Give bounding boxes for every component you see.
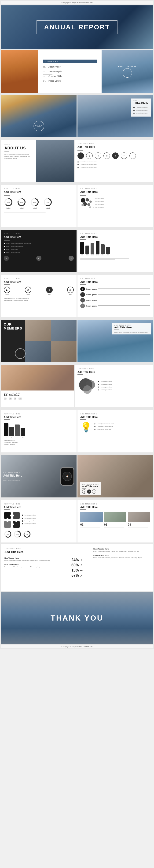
bar-group-4: 2023 — [96, 241, 100, 256]
bar-group-6: 2025 — [106, 247, 110, 256]
num-line-2 — [80, 529, 96, 529]
lightbulb-area: 💡 Lorem ipsum dolor sit amet Consectetur… — [80, 422, 150, 433]
bcl-1: A — [6, 437, 6, 438]
v-arrow-1: 1 Lorem ipsum — [80, 287, 150, 291]
proc-label-4: Step 4 — [69, 293, 72, 295]
arrow-icon-1: ↗ — [79, 558, 83, 562]
text-7l-2: adipiscing elit. Praesent mauris blandit… — [4, 299, 74, 301]
line-14 — [4, 555, 10, 555]
slide-3-left: ADD TITLEHERE — [1, 95, 77, 137]
content-9l: ADD TITLE HERE Add Title Here ● ◆ ■ ▲ — [1, 391, 74, 402]
slide-10-right: ADD TITLE HERE Add Title Here 💡 Lorem ip… — [77, 410, 153, 453]
title-11r: Add Title Here — [82, 485, 99, 488]
small-text-5l — [4, 211, 74, 213]
pie-svg — [77, 377, 96, 396]
va-title-3: Lorem ipsum — [86, 300, 97, 301]
bcl-3: C — [17, 437, 18, 438]
svg-point-13 — [86, 198, 89, 202]
svg-rect-27 — [4, 521, 11, 528]
va-line-3 — [98, 300, 150, 300]
arrow-icon-4: ↗ — [80, 574, 83, 578]
line-6r — [80, 239, 86, 240]
subtitle-12l: ADD TITLE HERE — [4, 503, 74, 505]
proc-icon-2: ⊕ — [25, 287, 31, 293]
text-10l-3: Praesent faucibus — [4, 443, 74, 445]
cluster-b4: Lorem ipsum — [93, 206, 150, 208]
pct-value-4: 57% — [71, 574, 79, 578]
num-line-1 — [80, 527, 101, 527]
donut-svg-4: 55% — [43, 197, 52, 207]
content-mountain-image: ADD TITLE HERE — [102, 50, 153, 93]
slide-11-right: ADD TITLE HERE Add Title Here ◎ ⊕ ✦ — [77, 455, 153, 497]
metric-1: 25% Label — [4, 197, 13, 209]
lightbulb-icon: 💡 — [80, 422, 92, 433]
v-arrow-2: 2 Lorem ipsum — [80, 292, 150, 297]
title-12l: Add Title Here — [4, 506, 74, 508]
title-box-8r: ADD TITLE HERE Add Title Here Lorem ipsu… — [112, 323, 151, 335]
member-photo-4 — [51, 341, 77, 362]
pie-area: Lorem ipsum dolor Lorem ipsum dolor Lore… — [77, 377, 150, 396]
content-add-title: ADD TITLE HERE — [118, 65, 137, 67]
b6l-4: Lorem ipsum dolor sit — [4, 251, 74, 253]
watch-desc: Lorem ipsum dolor sit amet — [3, 479, 22, 481]
svg-text:25%: 25% — [7, 202, 10, 203]
member-photo-1 — [25, 320, 51, 341]
bullet-2: Lorem ipsum dolor — [133, 109, 148, 111]
line-5l — [4, 195, 10, 195]
donut-row-12l: 60% 42% 79% — [4, 530, 74, 538]
slides-row-6: ADD TITLE HERE Add Title Here Lorem ipsu… — [1, 229, 153, 273]
slide14-right: Easy Words Here Lorem ipsum dolor sit am… — [93, 548, 150, 588]
slide14-left: ADD TITLE HERE Add Title Here Key Words … — [4, 548, 61, 588]
svg-rect-22 — [4, 512, 11, 519]
text-7l-1: Lorem ipsum dolor sit amet, consectetur — [4, 298, 74, 299]
pz-1: Lorem ipsum dolor — [22, 514, 36, 516]
content-item-1: 01. About Project — [43, 66, 97, 68]
line-5r — [80, 195, 86, 195]
nav-circle-1: → — [77, 152, 84, 159]
subtitle-14: ADD TITLE HERE — [4, 548, 61, 550]
peach-image — [1, 365, 74, 391]
slide-diagram-4r: add title here Add Title Here → ◎ ⊕ ⊞ ⚙ … — [75, 140, 153, 182]
va-title-2: Lorem ipsum — [86, 294, 97, 296]
line-9r — [77, 374, 83, 375]
members-circle — [15, 348, 26, 359]
svg-text:60%: 60% — [6, 533, 9, 535]
slide-10-left: ADD TITLE HERE Add Title Here A B C — [1, 410, 77, 453]
pz-3: Lorem ipsum dolor — [22, 520, 36, 522]
title-3r: TITLE HERE — [133, 101, 148, 104]
title-10l: Add Title Here — [4, 415, 74, 418]
cluster-b3: Lorem ipsum — [93, 203, 150, 205]
lb-2: Consectetur adipiscing elit — [94, 426, 114, 428]
slide-11-left: ADD TITLE HERE Add Title Here Lorem ipsu… — [1, 455, 77, 497]
pz-2: Lorem ipsum dolor — [22, 517, 36, 519]
tag-1: ● — [4, 398, 6, 400]
key-words-14-3: Easy Words Here — [93, 548, 150, 550]
text-10l-2: Consectetur adipiscing — [4, 441, 74, 443]
line-12l — [4, 509, 10, 510]
metric-4: 55% Label — [43, 197, 52, 209]
subtitle-12r: ADD TITLE HERE — [80, 503, 150, 505]
member-photo-3 — [25, 341, 51, 362]
slide-14-full: ADD TITLE HERE Add Title Here Key Words … — [1, 544, 153, 591]
metric-label-3: Label — [33, 207, 37, 209]
svg-point-28 — [6, 520, 8, 522]
title-5l: Add Title Here — [4, 190, 74, 193]
bar-label-2: 2021 — [86, 254, 88, 256]
about-eyebrow: ──── — [4, 144, 33, 145]
slide-6-left: ADD TITLE HERE Add Title Here Lorem ipsu… — [1, 230, 77, 272]
va-line-1 — [98, 288, 150, 289]
subtitle-6l: ADD TITLE HERE — [4, 233, 74, 235]
bar-4 — [96, 241, 100, 254]
nav-circle-4: ⊞ — [104, 152, 110, 159]
title-9l: Add Title Here — [4, 394, 71, 397]
numbered-items: 01 02 03 — [80, 512, 150, 530]
nav-circle-5: ⚙ — [112, 152, 119, 159]
va-circle-4: 4 — [80, 304, 85, 308]
svg-point-16 — [87, 203, 90, 206]
tag-4: ▲ — [18, 398, 22, 400]
svg-point-18 — [89, 207, 91, 208]
va-line-4 — [98, 305, 150, 306]
slides-row-9: ADD TITLE HERE Add Title Here ● ◆ ■ ▲ AD… — [1, 364, 153, 408]
bar-group-1: 2020 — [80, 242, 84, 256]
key-words-14-1: Key Words Here — [4, 557, 61, 559]
